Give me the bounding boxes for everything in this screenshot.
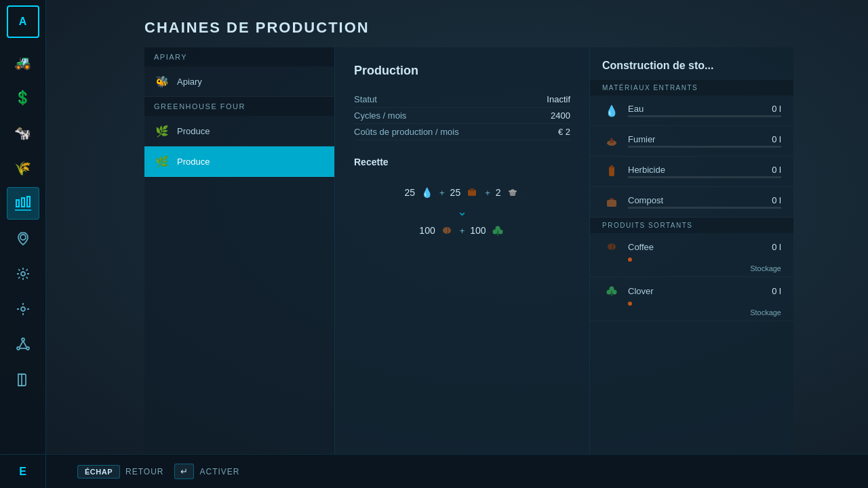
list-item-produce-1[interactable]: 🌿 Produce: [144, 116, 334, 146]
sidebar: A 🚜 💲 🐄 🌾: [0, 0, 46, 488]
cycles-row: Cycles / mois 2400: [354, 108, 570, 124]
page-title: CHAINES DE PRODUCTION: [46, 0, 868, 47]
content-area: APIARY 🐝 Apiary GREENHOUSE FOUR 🌿 Produc…: [46, 47, 868, 488]
sidebar-item-animals[interactable]: 🐄: [7, 117, 39, 149]
material-herbicide: Herbicide 0 l: [590, 157, 793, 187]
cost-row: Coûts de production / mois € 2: [354, 124, 570, 140]
svg-rect-15: [470, 188, 474, 191]
fumier-icon: [602, 131, 621, 150]
water-icon: 💧: [419, 185, 434, 200]
recipe-title: Recette: [354, 157, 570, 167]
production-info: Statut Inactif Cycles / mois 2400 Coûts …: [354, 92, 570, 140]
svg-point-7: [22, 338, 24, 341]
right-panel-title: Construction de sto...: [590, 47, 793, 80]
main-content: CHAINES DE PRODUCTION APIARY 🐝 Apiary GR…: [46, 0, 868, 488]
clover-output-icon: [602, 281, 621, 300]
coffee-icon: [602, 237, 621, 256]
produce-icon-2: 🌿: [154, 153, 170, 169]
herbicide-icon: [602, 162, 621, 181]
sidebar-item-map[interactable]: [7, 222, 39, 255]
compost-name: Compost: [628, 195, 772, 205]
cycles-label: Cycles / mois: [354, 110, 406, 121]
section-header-apiary: APIARY: [144, 47, 334, 66]
fumier-amount: 0 l: [772, 134, 781, 144]
svg-line-10: [20, 341, 23, 347]
coffee-name: Coffee: [628, 242, 765, 252]
sidebar-item-fields[interactable]: 🌾: [7, 152, 39, 184]
produce-icon-1: 🌿: [154, 123, 170, 139]
sidebar-item-dollar[interactable]: 💲: [7, 81, 39, 114]
svg-rect-23: [610, 165, 613, 168]
svg-point-19: [498, 230, 502, 235]
svg-point-28: [612, 290, 617, 295]
svg-point-8: [17, 347, 20, 350]
eau-bar: [628, 115, 781, 117]
sidebar-item-book[interactable]: [7, 363, 39, 396]
sidebar-item-network[interactable]: [7, 328, 39, 361]
recipe-arrow: ⌄: [457, 204, 467, 219]
material-fumier: Fumier 0 l: [590, 126, 793, 157]
bucket-icon: [505, 185, 520, 200]
svg-point-9: [26, 347, 29, 350]
activer-button[interactable]: ↵ ACTIVER: [174, 464, 239, 479]
input-amount-2: 25: [450, 187, 461, 198]
eau-amount: 0 l: [772, 104, 781, 114]
status-label: Statut: [354, 94, 377, 104]
clover-sub: Stockage: [602, 308, 781, 319]
recipe-inputs: 25 💧 + 25 + 2: [404, 185, 519, 200]
output-amount-2: 100: [470, 225, 486, 236]
material-compost: Compost 0 l: [590, 187, 793, 218]
clover-dot: [628, 302, 632, 306]
section-header-greenhouse: GREENHOUSE FOUR: [144, 97, 334, 116]
sidebar-item-tractor[interactable]: 🚜: [7, 46, 39, 79]
cost-label: Coûts de production / mois: [354, 127, 459, 137]
fumier-name: Fumier: [628, 134, 772, 144]
material-eau: 💧 Eau 0 l: [590, 96, 793, 126]
herbicide-name: Herbicide: [628, 165, 772, 175]
cycles-value: 2400: [551, 110, 570, 121]
status-row: Statut Inactif: [354, 92, 570, 108]
bottom-bar: ÉCHAP RETOUR ↵ ACTIVER: [46, 454, 868, 488]
svg-point-5: [21, 272, 25, 276]
svg-rect-1: [22, 198, 24, 207]
echap-key[interactable]: ÉCHAP: [77, 465, 120, 479]
plus-2: +: [485, 188, 490, 198]
incoming-header: MATÉRIAUX ENTRANTS: [590, 80, 793, 96]
svg-line-11: [23, 341, 26, 347]
svg-rect-24: [607, 200, 616, 207]
eau-name: Eau: [628, 104, 772, 114]
sidebar-item-settings[interactable]: [7, 293, 39, 325]
apiary-label: Apiary: [177, 77, 202, 87]
svg-rect-0: [16, 200, 19, 207]
echap-button[interactable]: ÉCHAP RETOUR: [77, 465, 163, 479]
svg-point-4: [20, 235, 26, 240]
list-item-apiary[interactable]: 🐝 Apiary: [144, 66, 334, 97]
eau-icon: 💧: [602, 101, 621, 120]
outgoing-header: PRODUITS SORTANTS: [590, 218, 793, 233]
compost-amount: 0 l: [772, 195, 781, 205]
sidebar-item-production[interactable]: [7, 187, 39, 220]
activer-key[interactable]: ↵: [174, 464, 194, 479]
svg-point-18: [492, 230, 497, 235]
compost-icon: [602, 192, 621, 211]
output-clover: Clover 0 l Stockage: [590, 277, 793, 321]
input-amount-1: 25: [404, 187, 415, 198]
output-coffee: Coffee 0 l Stockage: [590, 233, 793, 277]
fertilizer-icon: [465, 185, 479, 200]
plus-3: +: [460, 226, 465, 236]
svg-rect-2: [27, 197, 30, 207]
left-panel: APIARY 🐝 Apiary GREENHOUSE FOUR 🌿 Produc…: [144, 47, 334, 488]
echap-action: RETOUR: [125, 467, 163, 476]
produce-label-2: Produce: [177, 157, 210, 167]
clover-amount: 0 l: [772, 286, 781, 296]
production-title: Production: [354, 64, 570, 78]
sidebar-bottom-label[interactable]: E: [0, 454, 46, 488]
coffee-bean-icon: [439, 223, 454, 238]
herbicide-amount: 0 l: [772, 165, 781, 175]
compost-bar: [628, 207, 781, 209]
sidebar-item-machines[interactable]: [7, 258, 39, 290]
coffee-amount: 0 l: [772, 242, 781, 252]
list-item-produce-2[interactable]: 🌿 Produce: [144, 146, 334, 177]
sidebar-top-label[interactable]: A: [7, 5, 39, 38]
fumier-bar: [628, 146, 781, 148]
